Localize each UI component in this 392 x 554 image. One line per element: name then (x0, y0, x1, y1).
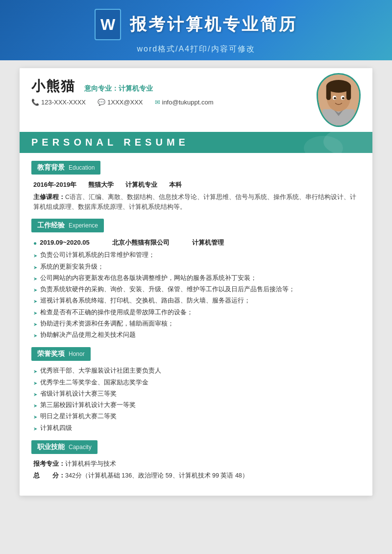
edu-year: 2016年-2019年 (33, 179, 76, 190)
svg-point-9 (334, 97, 336, 100)
skills-score-label: 总 分： (33, 472, 65, 479)
education-courses: 主修课程：C语言、汇编、离散、数据结构、信息技术导论、计算思维、信号与系统、操作… (33, 192, 361, 212)
avatar (317, 73, 361, 127)
personal-resume-banner: PERSONAL RESUME (20, 132, 372, 153)
top-banner: 报考计算机专业简历 word格式/A4打印/内容可修改 (0, 0, 392, 60)
honor-title-cn: 荣誉奖项 (37, 350, 65, 358)
contact-email: ✉ info@tukuppt.com (155, 99, 214, 106)
experience-section-title: 工作经验 Experience (31, 219, 104, 232)
header-intent: 意向专业：计算机专业 (84, 84, 153, 93)
honor-item-5: 计算机四级 (33, 423, 361, 433)
word-icon (95, 9, 121, 40)
exp-bullet-5: 检查是否有不正确的操作使用或是带故障工作的设备； (33, 307, 361, 318)
courses-value: C语言、汇编、离散、数据结构、信息技术导论、计算思维、信号与系统、操作系统、串行… (33, 194, 356, 210)
header-name-row: 小熊猫 意向专业：计算机专业 (31, 77, 361, 96)
honor-item-2: 省级计算机设计大赛三等奖 (33, 389, 361, 399)
skills-title-en: Capacity (69, 444, 92, 451)
contact-phone: 📞 123-XXX-XXXX (31, 99, 86, 106)
svg-rect-5 (326, 84, 331, 100)
svg-rect-6 (346, 84, 351, 100)
exp-bullet-3: 负责系统软硬件的采购、询价、安装、升级、保管、维护等工作以及日后产品售后接洽等； (33, 284, 361, 295)
skills-section: 职业技能 Capacity 报考专业：计算机科学与技术 总 分：342分（计算机… (31, 440, 361, 481)
svg-rect-1 (322, 109, 354, 127)
experience-section: 工作经验 Experience 2019.09~2020.05 北京小熊猫有限公… (31, 219, 361, 340)
email-value: info@tukuppt.com (162, 99, 214, 106)
skills-section-title: 职业技能 Capacity (31, 440, 98, 454)
skills-score: 总 分：342分（计算机基础 136、政治理论 59、计算机技术 99 英语 4… (33, 471, 361, 481)
intent-value: 计算机专业 (119, 84, 153, 92)
education-row: 2016年-2019年 熊猫大学 计算机专业 本科 (33, 179, 361, 190)
exp-bullet-1: 系统的更新安装升级； (33, 262, 361, 272)
education-section-title: 教育背景 Education (31, 161, 100, 175)
resume-body: 教育背景 Education 2016年-2019年 熊猫大学 计算机专业 本科… (20, 153, 372, 496)
edu-degree: 本科 (169, 179, 182, 190)
applicant-name: 小熊猫 (31, 77, 75, 96)
banner-title: 报考计算机专业简历 (130, 13, 297, 36)
exp-date: 2019.09~2020.05 (40, 237, 90, 248)
exp-bullet-7: 协助解决产品使用之相关技术问题 (33, 330, 361, 340)
honor-content: 优秀班干部、大学服装设计社团主要负责人 优秀学生二等奖学金、国家励志奖学金 省级… (31, 366, 361, 433)
header-contact-row: 📞 123-XXX-XXXX 💬 1XXX@XXX ✉ info@tukuppt… (31, 99, 361, 106)
resume-card: 小熊猫 意向专业：计算机专业 📞 123-XXX-XXXX 💬 1XXX@XXX… (20, 68, 372, 496)
phone-icon: 📞 (31, 99, 39, 106)
skills-major: 报考专业：计算机科学与技术 (33, 459, 361, 469)
resume-header: 小熊猫 意向专业：计算机专业 📞 123-XXX-XXXX 💬 1XXX@XXX… (20, 68, 372, 127)
wechat-icon: 💬 (98, 99, 105, 106)
exp-bullet-6: 协助进行美术资源和任务调配，辅助画面审核； (33, 319, 361, 329)
edu-school: 熊猫大学 (88, 179, 114, 190)
avatar-svg (318, 73, 359, 127)
svg-point-10 (342, 97, 344, 100)
honor-item-4: 明日之星计算机大赛二等奖 (33, 411, 361, 422)
honor-item-0: 优秀班干部、大学服装设计社团主要负责人 (33, 366, 361, 376)
education-section: 教育背景 Education 2016年-2019年 熊猫大学 计算机专业 本科… (31, 161, 361, 212)
exp-bullet-4: 巡视计算机各系统终端、打印机、交换机、路由器、防火墙、服务器运行； (33, 296, 361, 306)
exp-position: 计算机管理 (192, 237, 224, 248)
honor-title-en: Honor (69, 351, 85, 357)
experience-header: 2019.09~2020.05 北京小熊猫有限公司 计算机管理 (33, 237, 361, 248)
education-title-cn: 教育背景 (37, 163, 65, 172)
experience-title-en: Experience (69, 222, 98, 229)
skills-content: 报考专业：计算机科学与技术 总 分：342分（计算机基础 136、政治理论 59… (31, 459, 361, 481)
exp-company: 北京小熊猫有限公司 (112, 237, 170, 248)
personal-resume-text: PERSONAL RESUME (31, 137, 189, 148)
honor-section: 荣誉奖项 Honor 优秀班干部、大学服装设计社团主要负责人 优秀学生二等奖学金… (31, 347, 361, 433)
skills-score-value: 342分（计算机基础 136、政治理论 59、计算机技术 99 英语 48） (65, 472, 248, 479)
banner-subtitle: word格式/A4打印/内容可修改 (137, 44, 255, 54)
honor-item-1: 优秀学生二等奖学金、国家励志奖学金 (33, 378, 361, 388)
experience-title-cn: 工作经验 (37, 221, 65, 230)
exp-bullet-2: 公司网站的内容更新发布信息各版块调整维护，网站的服务器系统补丁安装； (33, 273, 361, 283)
email-icon: ✉ (155, 99, 160, 106)
honor-item-3: 第三届校园计算机设计大赛一等奖 (33, 400, 361, 410)
skills-major-value: 计算机科学与技术 (65, 460, 116, 467)
exp-bullet-0: 负责公司计算机系统的日常维护和管理； (33, 250, 361, 260)
experience-content: 2019.09~2020.05 北京小熊猫有限公司 计算机管理 负责公司计算机系… (31, 237, 361, 340)
courses-label: 主修课程： (33, 194, 65, 201)
honor-section-title: 荣誉奖项 Honor (31, 347, 91, 361)
contact-wechat: 💬 1XXX@XXX (98, 99, 143, 106)
banner-top-row: 报考计算机专业简历 (95, 9, 297, 40)
skills-title-cn: 职业技能 (37, 443, 65, 452)
education-content: 2016年-2019年 熊猫大学 计算机专业 本科 主修课程：C语言、汇编、离散… (31, 179, 361, 212)
education-title-en: Education (69, 164, 95, 171)
edu-major: 计算机专业 (125, 179, 157, 190)
wechat-value: 1XXX@XXX (107, 99, 143, 106)
skills-major-label: 报考专业： (33, 460, 65, 467)
phone-value: 123-XXX-XXXX (41, 99, 86, 106)
intent-label: 意向专业： (84, 84, 119, 92)
